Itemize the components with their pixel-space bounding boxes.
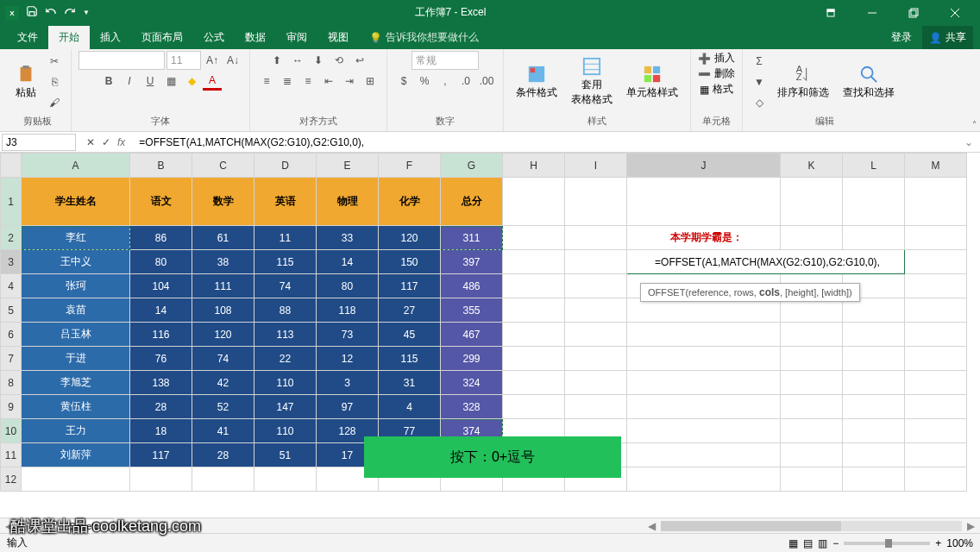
indent-dec-icon[interactable]: ⇤ xyxy=(319,72,338,91)
increase-decimal-icon[interactable]: .0 xyxy=(456,72,475,91)
delete-icon: ➖ xyxy=(698,68,711,80)
save-icon[interactable] xyxy=(26,5,38,20)
ribbon-options-icon[interactable] xyxy=(811,0,851,25)
table-format-button[interactable]: 套用 表格格式 xyxy=(566,53,618,110)
formula-bar[interactable]: =OFFSET(A1,MATCH(MAX(G2:G10),G2:G10,0), xyxy=(134,134,958,151)
sort-filter-button[interactable]: AZ排序和筛选 xyxy=(772,61,834,104)
svg-rect-17 xyxy=(653,66,660,72)
group-clipboard: 剪贴板 xyxy=(22,113,53,129)
qat-dropdown-icon[interactable]: ▼ xyxy=(83,9,90,16)
align-middle-icon[interactable]: ↔ xyxy=(288,51,307,70)
decrease-font-icon[interactable]: A↓ xyxy=(223,51,242,70)
group-number: 数字 xyxy=(434,113,456,129)
wrap-text-icon[interactable]: ↩ xyxy=(350,51,369,70)
tab-review[interactable]: 审阅 xyxy=(276,26,317,49)
clear-icon[interactable]: ◇ xyxy=(750,93,769,112)
minimize-button[interactable] xyxy=(852,0,892,25)
underline-icon[interactable]: U xyxy=(141,72,160,91)
collapse-ribbon-icon[interactable]: ˄ xyxy=(972,120,977,129)
insert-icon: ➕ xyxy=(698,53,711,65)
view-layout-icon[interactable]: ▤ xyxy=(803,537,813,549)
undo-icon[interactable] xyxy=(45,5,57,20)
format-icon: ▦ xyxy=(700,84,709,96)
view-break-icon[interactable]: ▥ xyxy=(818,537,827,549)
align-bottom-icon[interactable]: ⬇ xyxy=(309,51,328,70)
expand-formula-icon[interactable]: ⌄ xyxy=(958,136,980,148)
italic-icon[interactable]: I xyxy=(120,72,139,91)
tab-formula[interactable]: 公式 xyxy=(193,26,235,49)
font-color-icon[interactable]: A xyxy=(203,72,222,91)
login-button[interactable]: 登录 xyxy=(881,26,922,49)
enter-formula-icon[interactable]: ✓ xyxy=(102,136,110,148)
tab-file[interactable]: 文件 xyxy=(7,26,48,49)
align-right-icon[interactable]: ≡ xyxy=(298,72,317,91)
svg-rect-12 xyxy=(531,67,536,72)
fill-color-icon[interactable]: ◆ xyxy=(182,72,201,91)
cancel-formula-icon[interactable]: ✕ xyxy=(86,136,95,148)
cell-style-button[interactable]: 单元格样式 xyxy=(621,61,683,104)
svg-rect-5 xyxy=(909,10,916,17)
copy-icon[interactable]: ⎘ xyxy=(45,72,64,91)
find-select-button[interactable]: 查找和选择 xyxy=(838,61,900,104)
hscroll-left-icon[interactable]: ◀ xyxy=(643,520,661,532)
cond-format-button[interactable]: 条件格式 xyxy=(511,61,562,104)
fx-icon[interactable]: fx xyxy=(117,136,125,148)
svg-rect-3 xyxy=(827,9,834,12)
zoom-level[interactable]: 100% xyxy=(946,537,973,549)
formula-bar-row: J3 ✕ ✓ fx =OFFSET(A1,MATCH(MAX(G2:G10),G… xyxy=(0,132,980,153)
tab-view[interactable]: 视图 xyxy=(317,26,359,49)
delete-cells-button[interactable]: ➖删除 xyxy=(698,66,735,81)
name-box[interactable]: J3 xyxy=(2,134,76,151)
svg-rect-9 xyxy=(21,66,32,81)
format-cells-button[interactable]: ▦格式 xyxy=(700,82,733,97)
tab-insert[interactable]: 插入 xyxy=(90,26,131,49)
share-icon: 👤 xyxy=(929,32,942,44)
maximize-button[interactable] xyxy=(894,0,933,25)
cut-icon[interactable]: ✂ xyxy=(45,52,64,71)
instruction-overlay: 按下：0+逗号 xyxy=(364,436,621,478)
font-family-select[interactable] xyxy=(79,51,165,70)
tab-home[interactable]: 开始 xyxy=(48,26,90,49)
number-format-select[interactable]: 常规 xyxy=(411,51,479,70)
redo-icon[interactable] xyxy=(64,5,76,20)
indent-inc-icon[interactable]: ⇥ xyxy=(340,72,359,91)
increase-font-icon[interactable]: A↑ xyxy=(203,51,222,70)
share-button[interactable]: 👤共享 xyxy=(922,26,973,49)
hscrollbar-thumb[interactable] xyxy=(661,521,842,531)
group-cells: 单元格 xyxy=(700,113,732,129)
group-align: 对齐方式 xyxy=(298,113,339,129)
currency-icon[interactable]: $ xyxy=(394,72,413,91)
tell-me[interactable]: 💡告诉我你想要做什么 xyxy=(359,26,489,49)
border-icon[interactable]: ▦ xyxy=(161,72,180,91)
percent-icon[interactable]: % xyxy=(415,72,434,91)
font-size-select[interactable]: 11 xyxy=(166,51,201,70)
bold-icon[interactable]: B xyxy=(99,72,118,91)
hscroll-right-icon[interactable]: ▶ xyxy=(962,520,980,532)
zoom-out-icon[interactable]: − xyxy=(832,537,839,549)
decrease-decimal-icon[interactable]: .00 xyxy=(477,72,496,91)
group-font: 字体 xyxy=(149,113,172,129)
tab-layout[interactable]: 页面布局 xyxy=(131,26,193,49)
comma-icon[interactable]: , xyxy=(436,72,455,91)
paste-button[interactable]: 粘贴 xyxy=(10,61,41,104)
tab-data[interactable]: 数据 xyxy=(235,26,276,49)
svg-rect-10 xyxy=(22,65,28,68)
zoom-in-icon[interactable]: + xyxy=(935,537,941,549)
svg-rect-18 xyxy=(644,74,651,81)
zoom-slider[interactable] xyxy=(844,542,930,545)
svg-text:X: X xyxy=(9,9,15,17)
fill-icon[interactable]: ▼ xyxy=(750,72,769,91)
format-painter-icon[interactable]: 🖌 xyxy=(45,93,64,112)
svg-line-23 xyxy=(871,76,876,81)
align-left-icon[interactable]: ≡ xyxy=(257,72,276,91)
align-top-icon[interactable]: ⬆ xyxy=(267,51,286,70)
svg-rect-6 xyxy=(911,9,918,16)
merge-icon[interactable]: ⊞ xyxy=(361,72,380,91)
view-normal-icon[interactable]: ▦ xyxy=(788,537,798,549)
close-button[interactable] xyxy=(935,0,975,25)
insert-cells-button[interactable]: ➕插入 xyxy=(698,51,735,66)
align-center-icon[interactable]: ≣ xyxy=(278,72,297,91)
svg-point-22 xyxy=(862,66,873,78)
autosum-icon[interactable]: Σ xyxy=(750,52,769,71)
orientation-icon[interactable]: ⟲ xyxy=(330,51,349,70)
